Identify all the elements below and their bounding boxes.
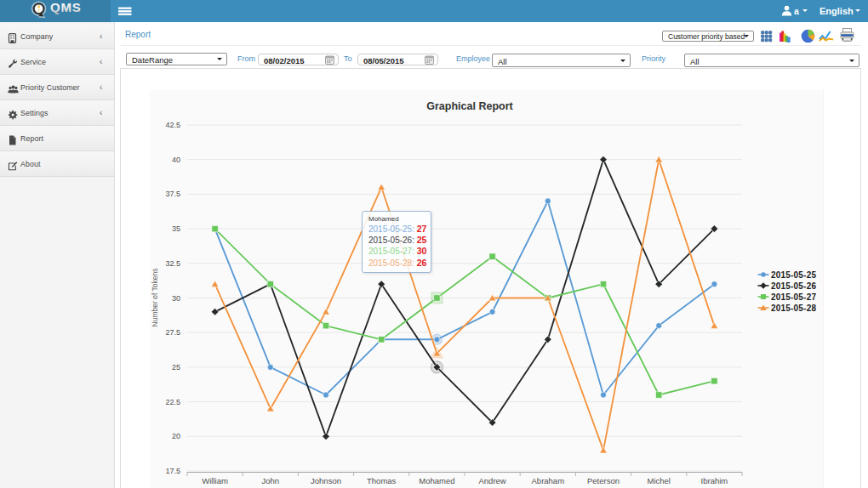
svg-text:2015-05-26: 2015-05-26 [771, 281, 816, 291]
svg-text:Thomas: Thomas [367, 476, 397, 485]
svg-text:Number of Tokens: Number of Tokens [151, 269, 159, 327]
svg-text:37.5: 37.5 [165, 190, 180, 198]
svg-text:Peterson: Peterson [587, 476, 620, 485]
svg-text:22.5: 22.5 [165, 398, 180, 406]
svg-text:40: 40 [172, 156, 180, 164]
svg-text:Graphical Report: Graphical Report [426, 100, 513, 112]
svg-text:32.5: 32.5 [165, 259, 180, 268]
svg-text:17.5: 17.5 [165, 467, 180, 475]
svg-text:2015-05-28: 2015-05-28 [771, 304, 816, 313]
svg-text:John: John [261, 476, 279, 485]
svg-text:William: William [202, 476, 228, 485]
svg-text:42.5: 42.5 [165, 121, 180, 129]
svg-text:Andrew: Andrew [478, 476, 505, 485]
svg-text:Ibrahim: Ibrahim [701, 476, 728, 485]
svg-text:QMS: QMS [50, 0, 82, 14]
svg-text:2015-05-25: 2015-05-25 [771, 270, 816, 280]
svg-text:30: 30 [172, 294, 180, 303]
svg-text:Abraham: Abraham [532, 476, 565, 485]
svg-text:Johnson: Johnson [311, 476, 341, 485]
svg-text:25: 25 [172, 363, 180, 372]
svg-text:35: 35 [172, 224, 180, 233]
svg-text:20: 20 [172, 432, 180, 440]
svg-text:Michel: Michel [647, 476, 670, 485]
svg-text:27.5: 27.5 [165, 328, 180, 337]
svg-text:Mohamed: Mohamed [419, 476, 454, 485]
svg-text:2015-05-27: 2015-05-27 [771, 292, 816, 302]
